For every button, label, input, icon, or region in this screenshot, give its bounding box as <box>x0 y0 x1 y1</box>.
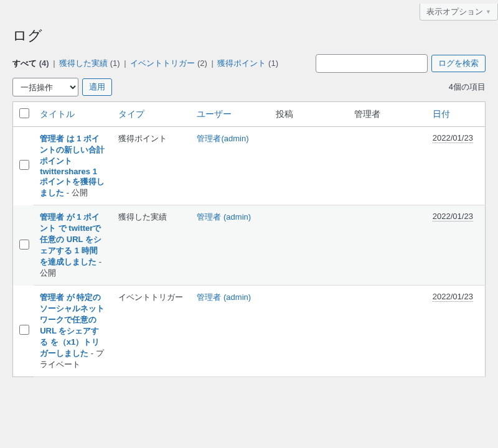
row-date: 2022/01/23 <box>433 212 473 222</box>
row-checkbox[interactable] <box>19 325 29 335</box>
row-date: 2022/01/23 <box>433 133 473 143</box>
table-row: 管理者 が 特定のソーシャルネットワークで任意の URL をシェアする を（x1… <box>13 286 486 377</box>
filter-event[interactable]: イベントトリガー <box>130 58 197 68</box>
row-type: 獲得ポイント <box>112 127 190 205</box>
page-title: ログ <box>12 21 486 48</box>
filter-achievement[interactable]: 獲得した実績 <box>59 58 110 68</box>
row-title-link[interactable]: 管理者 が 1 ポイント で twitterで任意の URL をシェアする 1 … <box>40 212 101 266</box>
bulk-actions: 一括操作 適用 <box>12 78 112 96</box>
search-box: ログを検索 <box>316 54 486 73</box>
search-button[interactable]: ログを検索 <box>431 55 486 72</box>
search-input[interactable] <box>316 54 428 73</box>
row-checkbox[interactable] <box>19 240 29 250</box>
col-user[interactable]: ユーザー <box>197 109 232 119</box>
screen-options-button[interactable]: 表示オプション <box>420 4 498 21</box>
row-admin <box>348 205 426 286</box>
row-user-link[interactable]: 管理者 (admin) <box>197 212 251 222</box>
filter-all[interactable]: すべて (4) <box>12 58 51 68</box>
row-post <box>270 127 348 205</box>
row-user-link[interactable]: 管理者(admin) <box>197 134 248 143</box>
table-row: 管理者 は 1 ポイントの新しい合計ポイント twittershares 1 ポ… <box>13 127 486 205</box>
row-post <box>270 286 348 377</box>
screen-options-label: 表示オプション <box>426 6 483 17</box>
apply-button[interactable]: 適用 <box>82 78 112 96</box>
col-date[interactable]: 日付 <box>433 109 450 119</box>
row-admin <box>348 127 426 205</box>
col-type[interactable]: タイプ <box>118 109 144 119</box>
bulk-action-select[interactable]: 一括操作 <box>12 78 78 96</box>
row-checkbox[interactable] <box>19 160 29 170</box>
log-table: タイトル タイプ ユーザー 投稿 管理者 日付 管理者 は 1 ポイントの新しい… <box>12 101 486 377</box>
row-post <box>270 205 348 286</box>
col-admin[interactable]: 管理者 <box>348 102 426 127</box>
item-count: 4個の項目 <box>449 82 486 93</box>
row-admin <box>348 286 426 377</box>
row-user-link[interactable]: 管理者 (admin) <box>197 292 251 302</box>
row-date: 2022/01/23 <box>433 292 473 302</box>
row-type: 獲得した実績 <box>112 205 190 286</box>
row-state: - 公開 <box>64 188 88 197</box>
select-all-checkbox[interactable] <box>19 108 29 118</box>
col-post[interactable]: 投稿 <box>270 102 348 127</box>
col-title[interactable]: タイトル <box>40 109 75 119</box>
table-row: 管理者 が 1 ポイント で twitterで任意の URL をシェアする 1 … <box>13 205 486 286</box>
filter-points[interactable]: 獲得ポイント <box>217 58 268 68</box>
filter-links: すべて (4) | 獲得した実績 (1) | イベントトリガー (2) | 獲得… <box>12 53 278 74</box>
row-type: イベントトリガー <box>112 286 190 377</box>
